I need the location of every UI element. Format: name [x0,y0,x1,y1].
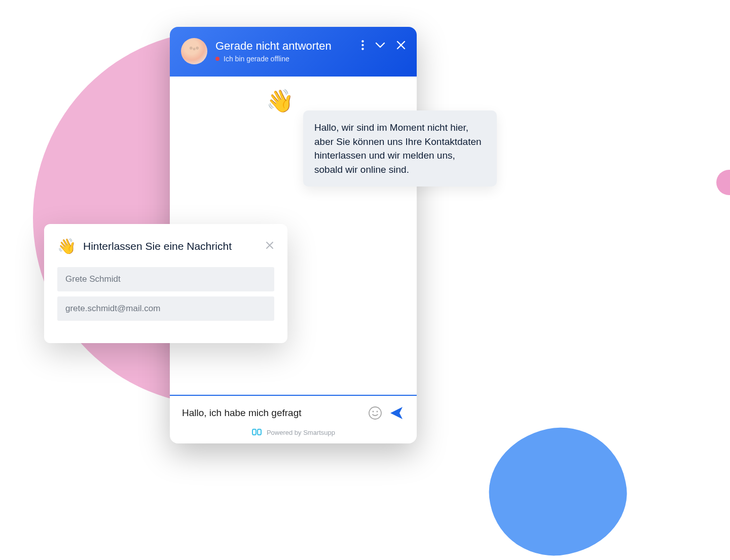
send-button[interactable] [389,406,405,420]
agent-avatar [181,38,207,64]
offline-message-bubble: Hallo, wir sind im Moment nicht hier, ab… [303,110,497,186]
close-button[interactable] [396,41,406,50]
svg-point-4 [373,411,374,413]
svg-point-3 [369,407,381,419]
svg-point-5 [377,411,378,413]
chat-header: Gerade nicht antworten Ich bin gerade of… [170,27,417,77]
powered-by: Powered by Smartsupp [170,425,417,443]
leave-message-close-button[interactable] [265,241,274,252]
decorative-blue-blob [478,416,638,560]
chat-input-row [170,395,417,425]
status-dot-icon [215,57,220,61]
minimize-button[interactable] [375,42,385,48]
email-input[interactable] [57,296,274,321]
leave-message-header: 👋 Hinterlassen Sie eine Nachricht [57,237,274,255]
message-input[interactable] [182,407,361,419]
wave-icon: 👋 [266,88,294,114]
chat-title: Gerade nicht antworten [215,40,353,53]
header-actions [361,40,406,50]
leave-message-title: Hinterlassen Sie eine Nachricht [83,240,258,252]
status-text: Ich bin gerade offline [224,55,289,63]
powered-by-text: Powered by Smartsupp [267,429,335,436]
svg-point-0 [361,40,363,42]
svg-point-2 [361,48,363,50]
leave-message-card: 👋 Hinterlassen Sie eine Nachricht [44,224,287,343]
agent-status: Ich bin gerade offline [215,55,353,63]
name-input[interactable] [57,267,274,291]
header-text: Gerade nicht antworten Ich bin gerade of… [215,40,353,63]
wave-icon: 👋 [57,237,76,255]
smartsupp-logo-icon [251,428,264,436]
decorative-pink-dot [716,170,730,195]
more-options-button[interactable] [361,40,364,50]
emoji-button[interactable] [368,406,382,420]
svg-point-1 [361,44,363,46]
